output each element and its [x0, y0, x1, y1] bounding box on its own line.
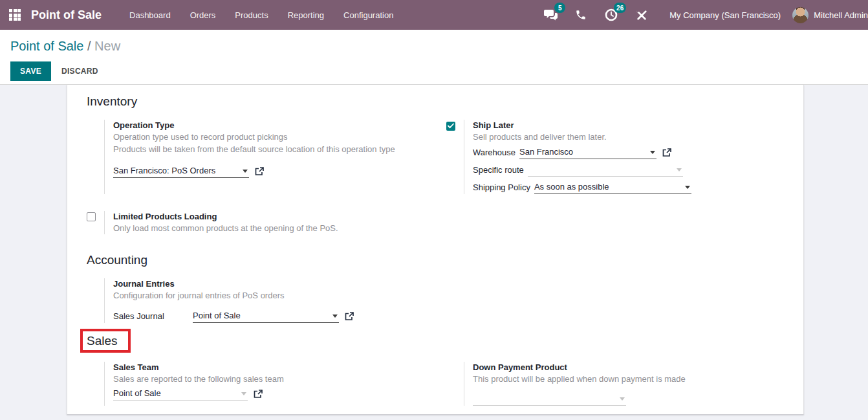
limited-products-desc: Only load most common products at the op… — [113, 222, 446, 234]
down-payment-label: Down Payment Product — [473, 362, 806, 373]
tools-icon — [636, 9, 647, 21]
warehouse-field-label: Warehouse — [473, 146, 515, 159]
section-title-accounting: Accounting — [87, 252, 784, 268]
setting-down-payment-product: Down Payment Product This product will b… — [446, 362, 806, 406]
apps-grid-icon — [9, 9, 21, 21]
tools-button[interactable] — [634, 7, 649, 23]
warehouse-select[interactable]: San Francisco — [519, 145, 656, 159]
sales-team-desc: Sales are reported to the following sale… — [113, 373, 446, 385]
phone-button[interactable] — [573, 7, 589, 23]
dropdown-caret-icon[interactable] — [241, 392, 246, 395]
ship-later-checkbox[interactable] — [446, 122, 455, 131]
limited-products-label: Limited Products Loading — [113, 211, 446, 222]
messages-badge: 5 — [554, 3, 565, 13]
limited-products-checkbox[interactable] — [87, 212, 96, 221]
specific-route-field-label: Specific route — [473, 164, 524, 177]
dropdown-caret-icon[interactable] — [685, 186, 690, 189]
breadcrumb-separator: / — [83, 39, 94, 53]
dropdown-caret-icon[interactable] — [677, 168, 682, 171]
main-menu: Dashboard Orders Products Reporting Conf… — [120, 0, 403, 30]
menu-item-configuration[interactable]: Configuration — [334, 0, 403, 30]
dropdown-caret-icon[interactable] — [620, 397, 625, 401]
breadcrumb-root-link[interactable]: Point of Sale — [10, 39, 83, 53]
operation-type-label: Operation Type — [113, 120, 446, 131]
specific-route-select[interactable] — [528, 162, 683, 177]
ship-later-label: Ship Later — [473, 120, 806, 131]
check-icon — [448, 123, 454, 129]
apps-menu-button[interactable] — [0, 0, 30, 30]
down-payment-desc: This product will be applied when down p… — [473, 373, 806, 385]
setting-sales-team: Sales Team Sales are reported to the fol… — [87, 362, 446, 406]
menu-item-reporting[interactable]: Reporting — [278, 0, 334, 30]
breadcrumb-current: New — [94, 39, 120, 53]
section-title-inventory: Inventory — [87, 94, 784, 109]
setting-operation-type: Operation Type Operation type used to re… — [87, 120, 446, 194]
menu-item-orders[interactable]: Orders — [180, 0, 226, 30]
shipping-policy-select[interactable]: As soon as possible — [534, 180, 691, 194]
sales-journal-external-link-icon[interactable] — [345, 312, 354, 321]
user-menu[interactable]: Mitchell Admin — [814, 10, 868, 20]
section-title-sales: Sales — [87, 333, 118, 349]
menu-item-products[interactable]: Products — [225, 0, 277, 30]
journal-entries-label: Journal Entries — [113, 278, 446, 289]
menu-item-dashboard[interactable]: Dashboard — [120, 0, 180, 30]
discard-button[interactable]: DISCARD — [61, 67, 98, 76]
breadcrumb: Point of Sale / New — [10, 38, 858, 54]
company-switcher[interactable]: My Company (San Francisco) — [669, 10, 781, 20]
warehouse-external-link-icon[interactable] — [662, 148, 671, 157]
operation-type-desc-1: Operation type used to record product pi… — [113, 131, 446, 143]
ship-later-desc: Sell products and deliver them later. — [473, 131, 806, 143]
setting-limited-products-loading: Limited Products Loading Only load most … — [87, 211, 446, 234]
top-navbar: Point of Sale Dashboard Orders Products … — [0, 0, 868, 30]
shipping-policy-field-label: Shipping Policy — [473, 181, 530, 194]
dropdown-caret-icon[interactable] — [243, 170, 248, 173]
sales-team-label: Sales Team — [113, 362, 446, 373]
user-avatar[interactable] — [792, 7, 808, 23]
setting-ship-later: Ship Later Sell products and deliver the… — [446, 120, 806, 194]
sales-team-external-link-icon[interactable] — [254, 390, 263, 399]
save-button[interactable]: SAVE — [10, 61, 51, 81]
settings-sheet: Inventory Operation Type Operation type … — [67, 85, 804, 415]
phone-icon — [575, 9, 587, 21]
activities-button[interactable]: 26 — [603, 7, 619, 23]
control-panel: Point of Sale / New SAVE DISCARD — [0, 30, 868, 85]
sales-team-select[interactable]: Point of Sale — [113, 386, 248, 401]
content-area: Inventory Operation Type Operation type … — [0, 85, 868, 419]
setting-journal-entries: Journal Entries Configuration for journa… — [87, 278, 446, 323]
operation-type-desc-2: Products will be taken from the default … — [113, 143, 446, 155]
operation-type-select[interactable]: San Francisco: PoS Orders — [113, 164, 249, 178]
messages-button[interactable]: 5 — [543, 7, 558, 23]
sales-journal-select[interactable]: Point of Sale — [193, 309, 339, 323]
dropdown-caret-icon[interactable] — [650, 151, 655, 154]
down-payment-product-select[interactable] — [473, 392, 626, 406]
app-title[interactable]: Point of Sale — [31, 8, 102, 22]
dropdown-caret-icon[interactable] — [332, 315, 338, 318]
operation-type-external-link-icon[interactable] — [255, 167, 264, 176]
activities-badge: 26 — [614, 3, 626, 13]
sales-journal-field-label: Sales Journal — [113, 310, 189, 323]
journal-entries-desc: Configuration for journal entries of PoS… — [113, 289, 446, 302]
